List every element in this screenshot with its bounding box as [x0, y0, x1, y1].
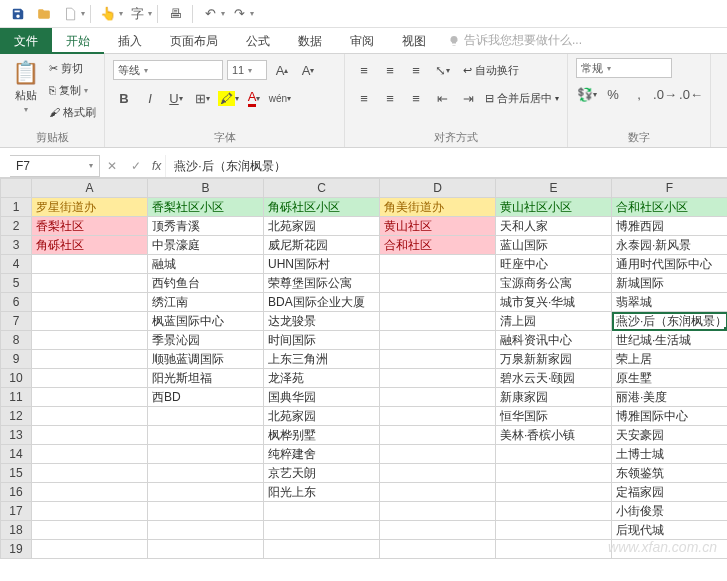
cell-F5[interactable]: 新城国际 — [612, 274, 728, 293]
cell-B13[interactable] — [148, 426, 264, 445]
cell-A14[interactable] — [32, 445, 148, 464]
cell-B7[interactable]: 枫蓝国际中心 — [148, 312, 264, 331]
paste-button[interactable]: 📋 粘贴 ▾ — [8, 58, 43, 116]
cell-D8[interactable] — [380, 331, 496, 350]
fill-color-button[interactable]: 🖍▾ — [217, 87, 239, 109]
align-top-icon[interactable]: ≡ — [353, 59, 375, 81]
cell-A8[interactable] — [32, 331, 148, 350]
cell-A10[interactable] — [32, 369, 148, 388]
cell-D14[interactable] — [380, 445, 496, 464]
cell-D1[interactable]: 角美街道办 — [380, 198, 496, 217]
row-header-14[interactable]: 14 — [1, 445, 32, 464]
cell-D3[interactable]: 合和社区 — [380, 236, 496, 255]
row-header-6[interactable]: 6 — [1, 293, 32, 312]
cell-E15[interactable] — [496, 464, 612, 483]
enter-formula-icon[interactable]: ✓ — [124, 159, 148, 173]
cell-D4[interactable] — [380, 255, 496, 274]
row-header-7[interactable]: 7 — [1, 312, 32, 331]
cell-C2[interactable]: 北苑家园 — [264, 217, 380, 236]
cell-F18[interactable]: 后现代城 — [612, 521, 728, 540]
cell-C3[interactable]: 威尼斯花园 — [264, 236, 380, 255]
row-header-18[interactable]: 18 — [1, 521, 32, 540]
fx-icon[interactable]: fx — [148, 159, 165, 173]
select-all-corner[interactable] — [1, 179, 32, 198]
cell-F2[interactable]: 博雅西园 — [612, 217, 728, 236]
column-header-C[interactable]: C — [264, 179, 380, 198]
cell-F14[interactable]: 土博士城 — [612, 445, 728, 464]
wrap-text-button[interactable]: ↩自动换行 — [463, 60, 519, 80]
cell-F19[interactable] — [612, 540, 728, 559]
cell-E19[interactable] — [496, 540, 612, 559]
row-header-19[interactable]: 19 — [1, 540, 32, 559]
cell-D18[interactable] — [380, 521, 496, 540]
cut-button[interactable]: ✂剪切 — [49, 58, 96, 78]
row-header-10[interactable]: 10 — [1, 369, 32, 388]
cell-E2[interactable]: 天和人家 — [496, 217, 612, 236]
cell-A13[interactable] — [32, 426, 148, 445]
cell-C17[interactable] — [264, 502, 380, 521]
cell-C11[interactable]: 国典华园 — [264, 388, 380, 407]
cell-B9[interactable]: 顺驰蓝调国际 — [148, 350, 264, 369]
cell-A15[interactable] — [32, 464, 148, 483]
cell-B5[interactable]: 西钓鱼台 — [148, 274, 264, 293]
cell-C4[interactable]: UHN国际村 — [264, 255, 380, 274]
chevron-down-icon[interactable]: ▾ — [221, 9, 225, 18]
font-size-combo[interactable]: 11▾ — [227, 60, 267, 80]
cell-A7[interactable] — [32, 312, 148, 331]
cell-D6[interactable] — [380, 293, 496, 312]
cell-F17[interactable]: 小街俊景 — [612, 502, 728, 521]
cell-F15[interactable]: 东领鉴筑 — [612, 464, 728, 483]
column-header-B[interactable]: B — [148, 179, 264, 198]
cell-F3[interactable]: 永泰园·新风景 — [612, 236, 728, 255]
cell-B12[interactable] — [148, 407, 264, 426]
cell-D15[interactable] — [380, 464, 496, 483]
cell-E9[interactable]: 万泉新新家园 — [496, 350, 612, 369]
cell-D10[interactable] — [380, 369, 496, 388]
name-box[interactable]: F7 ▾ — [10, 155, 100, 177]
cell-E11[interactable]: 新康家园 — [496, 388, 612, 407]
cell-B3[interactable]: 中景濠庭 — [148, 236, 264, 255]
row-header-8[interactable]: 8 — [1, 331, 32, 350]
border-button[interactable]: ⊞▾ — [191, 87, 213, 109]
cell-D5[interactable] — [380, 274, 496, 293]
cell-B10[interactable]: 阳光斯坦福 — [148, 369, 264, 388]
decrease-font-icon[interactable]: A▾ — [297, 59, 319, 81]
cell-F9[interactable]: 荣上居 — [612, 350, 728, 369]
align-right-icon[interactable]: ≡ — [405, 87, 427, 109]
cancel-formula-icon[interactable]: ✕ — [100, 159, 124, 173]
cell-B8[interactable]: 季景沁园 — [148, 331, 264, 350]
number-format-combo[interactable]: 常规▾ — [576, 58, 672, 78]
align-left-icon[interactable]: ≡ — [353, 87, 375, 109]
orientation-icon[interactable]: ⤡▾ — [431, 59, 453, 81]
percent-format-icon[interactable]: % — [602, 83, 624, 105]
cell-C10[interactable]: 龙泽苑 — [264, 369, 380, 388]
new-icon[interactable] — [58, 3, 82, 25]
decrease-indent-icon[interactable]: ⇤ — [431, 87, 453, 109]
row-header-9[interactable]: 9 — [1, 350, 32, 369]
cell-C1[interactable]: 角砾社区小区 — [264, 198, 380, 217]
cell-A1[interactable]: 罗星街道办 — [32, 198, 148, 217]
cell-F7[interactable]: 燕沙·后（东润枫景） — [612, 312, 728, 331]
tab-insert[interactable]: 插入 — [104, 28, 156, 54]
tab-data[interactable]: 数据 — [284, 28, 336, 54]
cell-B19[interactable] — [148, 540, 264, 559]
cell-D13[interactable] — [380, 426, 496, 445]
chevron-down-icon[interactable]: ▾ — [81, 9, 85, 18]
cell-B1[interactable]: 香梨社区小区 — [148, 198, 264, 217]
cell-A11[interactable] — [32, 388, 148, 407]
print-icon[interactable]: 字 — [125, 3, 149, 25]
column-header-D[interactable]: D — [380, 179, 496, 198]
cell-C7[interactable]: 达龙骏景 — [264, 312, 380, 331]
open-icon[interactable] — [32, 3, 56, 25]
column-header-E[interactable]: E — [496, 179, 612, 198]
row-header-1[interactable]: 1 — [1, 198, 32, 217]
row-header-12[interactable]: 12 — [1, 407, 32, 426]
cell-B14[interactable] — [148, 445, 264, 464]
cell-E16[interactable] — [496, 483, 612, 502]
cell-C18[interactable] — [264, 521, 380, 540]
cell-A3[interactable]: 角砾社区 — [32, 236, 148, 255]
cell-B11[interactable]: 西BD — [148, 388, 264, 407]
row-header-17[interactable]: 17 — [1, 502, 32, 521]
undo-icon[interactable]: ↶ — [198, 3, 222, 25]
accounting-format-icon[interactable]: 💱▾ — [576, 83, 598, 105]
